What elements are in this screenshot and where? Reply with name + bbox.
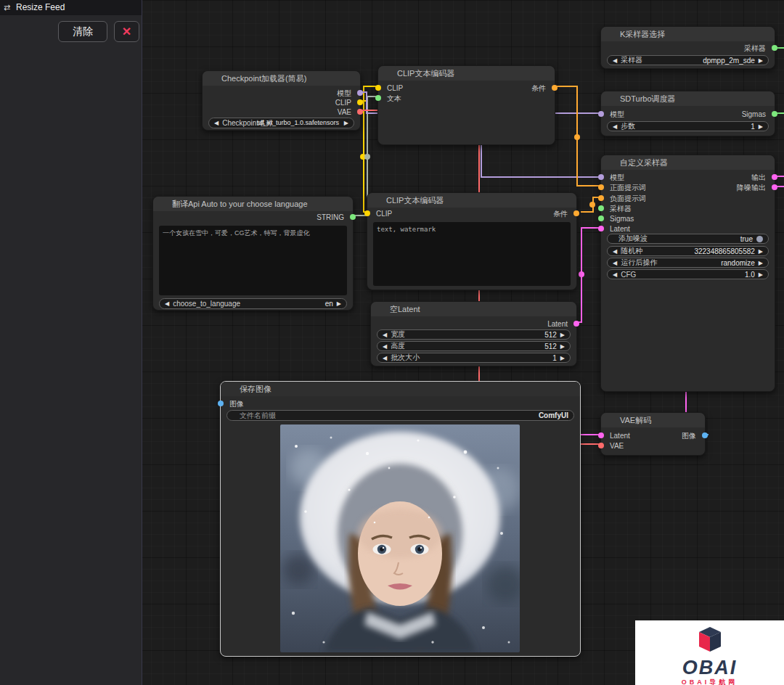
input-model[interactable]: 模型	[601, 173, 624, 182]
cfg-widget[interactable]: ◀ CFG 1.0 ▶	[607, 269, 769, 279]
input-text[interactable]: 文本	[378, 94, 401, 103]
image-socket-icon[interactable]	[218, 401, 224, 406]
clip-socket-icon[interactable]	[375, 85, 381, 91]
node-title[interactable]: CLIP文本编码器	[367, 193, 576, 208]
input-image[interactable]: 图像	[221, 399, 244, 409]
next-arrow-icon[interactable]: ▶	[759, 247, 763, 256]
node-title[interactable]: 翻译Api Auto to your choose language	[153, 197, 353, 211]
prev-arrow-icon[interactable]: ◀	[613, 258, 617, 268]
seed-widget[interactable]: ◀ 随机种 322348865805582 ▶	[607, 246, 769, 256]
output-latent[interactable]: Latent	[547, 319, 576, 329]
input-negative[interactable]: 负面提示词	[601, 194, 646, 203]
prev-arrow-icon[interactable]: ◀	[613, 122, 617, 131]
conditioning-socket-icon[interactable]	[573, 210, 579, 216]
prev-arrow-icon[interactable]: ◀	[613, 56, 617, 65]
node-title[interactable]: K采样器选择	[601, 27, 775, 41]
image-socket-icon[interactable]	[702, 432, 708, 438]
latent-socket-icon[interactable]	[772, 174, 777, 180]
model-socket-icon[interactable]	[598, 111, 604, 117]
input-model[interactable]: 模型	[601, 110, 624, 119]
output-image[interactable]: 图像	[682, 431, 705, 440]
add-noise-toggle[interactable]: 添加噪波 true	[607, 234, 769, 244]
node-ksampler-select[interactable]: K采样器选择 采样器 ◀ 采样器 dpmpp_2m_sde ▶	[600, 26, 775, 69]
model-socket-icon[interactable]	[598, 174, 604, 180]
input-latent[interactable]: Latent	[601, 431, 630, 440]
output-denoised-latent[interactable]: 降噪输出	[737, 183, 775, 192]
latent-socket-icon[interactable]	[598, 432, 604, 438]
node-clip-encoder-negative[interactable]: CLIP文本编码器 CLIP 条件 text, watermark	[367, 192, 577, 290]
output-string[interactable]: STRING	[317, 213, 353, 222]
filename-prefix-widget[interactable]: 文件名前缀 ComfyUI	[226, 410, 574, 421]
text-socket-icon[interactable]	[375, 95, 381, 101]
node-title[interactable]: SDTurbo调度器	[601, 91, 775, 106]
comfyui-canvas[interactable]: { "colors": { "model": "#b39ddb", "clip"…	[0, 0, 784, 685]
input-positive[interactable]: 正面提示词	[601, 183, 646, 192]
node-save-image[interactable]: 保存图像 图像 文件名前缀 ComfyUI	[220, 381, 581, 657]
next-arrow-icon[interactable]: ▶	[759, 122, 763, 131]
vae-socket-icon[interactable]	[357, 109, 363, 115]
prev-arrow-icon[interactable]: ◀	[613, 247, 617, 256]
checkpoint-name-widget[interactable]: ◀ Checkpoint名称 sd_xl_turbo_1.0.safetenso…	[208, 118, 354, 128]
clip-socket-icon[interactable]	[364, 210, 370, 216]
sigmas-socket-icon[interactable]	[772, 111, 777, 117]
output-conditioning[interactable]: 条件	[553, 209, 576, 218]
latent-socket-icon[interactable]	[772, 184, 777, 190]
feed-panel-header[interactable]: ⇄ Resize Feed	[0, 0, 142, 15]
steps-widget[interactable]: ◀ 步数 1 ▶	[607, 121, 769, 131]
negative-prompt-textarea[interactable]: text, watermark	[373, 222, 571, 286]
input-sigmas[interactable]: Sigmas	[601, 214, 634, 223]
input-clip[interactable]: CLIP	[378, 83, 403, 93]
next-arrow-icon[interactable]: ▶	[560, 353, 565, 363]
next-arrow-icon[interactable]: ▶	[759, 258, 763, 268]
language-widget[interactable]: ◀ choose_to_language en ▶	[159, 298, 347, 309]
node-clip-encoder-positive[interactable]: CLIP文本编码器 CLIP 文本 条件	[377, 65, 555, 145]
next-arrow-icon[interactable]: ▶	[759, 56, 763, 65]
node-sdturbo-scheduler[interactable]: SDTurbo调度器 模型 Sigmas ◀ 步数 1 ▶	[600, 91, 775, 136]
input-vae[interactable]: VAE	[601, 441, 624, 451]
clear-button[interactable]: 清除	[58, 21, 107, 42]
latent-socket-icon[interactable]	[598, 226, 604, 231]
prompt-textarea[interactable]: 一个女孩在雪中，可爱，CG艺术，特写，背景虚化	[159, 226, 347, 295]
sampler-name-widget[interactable]: ◀ 采样器 dpmpp_2m_sde ▶	[607, 55, 769, 65]
node-title[interactable]: 保存图像	[221, 382, 580, 396]
node-custom-sampler[interactable]: 自定义采样器 模型 正面提示词 负面提示词 采样器 Sigmas Latent …	[600, 155, 775, 392]
model-socket-icon[interactable]	[357, 90, 363, 96]
node-translate-api[interactable]: 翻译Api Auto to your choose language STRIN…	[152, 196, 354, 311]
input-clip[interactable]: CLIP	[367, 209, 392, 218]
height-widget[interactable]: ◀ 高度 512 ▶	[377, 341, 571, 351]
input-sampler[interactable]: 采样器	[601, 204, 632, 213]
next-arrow-icon[interactable]: ▶	[560, 330, 565, 340]
sigmas-socket-icon[interactable]	[598, 216, 604, 221]
next-arrow-icon[interactable]: ▶	[344, 118, 348, 128]
prev-arrow-icon[interactable]: ◀	[613, 270, 617, 279]
node-empty-latent[interactable]: 空Latent Latent ◀ 宽度 512 ▶ ◀ 高度 512 ▶ ◀ 批…	[370, 301, 577, 366]
node-checkpoint-loader[interactable]: Checkpoint加载器(简易) 模型 CLIP VAE ◀ Checkpoi…	[202, 70, 361, 131]
input-latent[interactable]: Latent	[601, 224, 630, 234]
node-title[interactable]: VAE解码	[601, 413, 705, 427]
prev-arrow-icon[interactable]: ◀	[165, 299, 169, 308]
next-arrow-icon[interactable]: ▶	[560, 342, 565, 351]
output-conditioning[interactable]: 条件	[531, 83, 555, 93]
output-model[interactable]: 模型	[337, 89, 360, 98]
prev-arrow-icon[interactable]: ◀	[383, 330, 387, 340]
width-widget[interactable]: ◀ 宽度 512 ▶	[377, 329, 571, 340]
conditioning-socket-icon[interactable]	[552, 85, 558, 91]
string-socket-icon[interactable]	[350, 214, 356, 220]
node-vae-decode[interactable]: VAE解码 Latent VAE 图像	[600, 412, 706, 456]
vae-socket-icon[interactable]	[598, 443, 604, 448]
next-arrow-icon[interactable]: ▶	[337, 299, 341, 308]
output-vae[interactable]: VAE	[338, 107, 360, 117]
batch-size-widget[interactable]: ◀ 批次大小 1 ▶	[377, 353, 571, 363]
prev-arrow-icon[interactable]: ◀	[214, 118, 219, 128]
node-title[interactable]: 空Latent	[371, 302, 576, 316]
next-arrow-icon[interactable]: ▶	[759, 270, 763, 279]
node-title[interactable]: CLIP文本编码器	[378, 66, 555, 81]
after-generate-widget[interactable]: ◀ 运行后操作 randomize ▶	[607, 258, 769, 268]
node-title[interactable]: Checkpoint加载器(简易)	[203, 71, 360, 86]
output-clip[interactable]: CLIP	[335, 98, 360, 107]
sampler-socket-icon[interactable]	[598, 205, 604, 211]
output-sampler[interactable]: 采样器	[744, 44, 775, 53]
toggle-knob-icon[interactable]	[756, 236, 763, 242]
output-latent[interactable]: 输出	[751, 173, 775, 182]
conditioning-socket-icon[interactable]	[598, 195, 604, 201]
